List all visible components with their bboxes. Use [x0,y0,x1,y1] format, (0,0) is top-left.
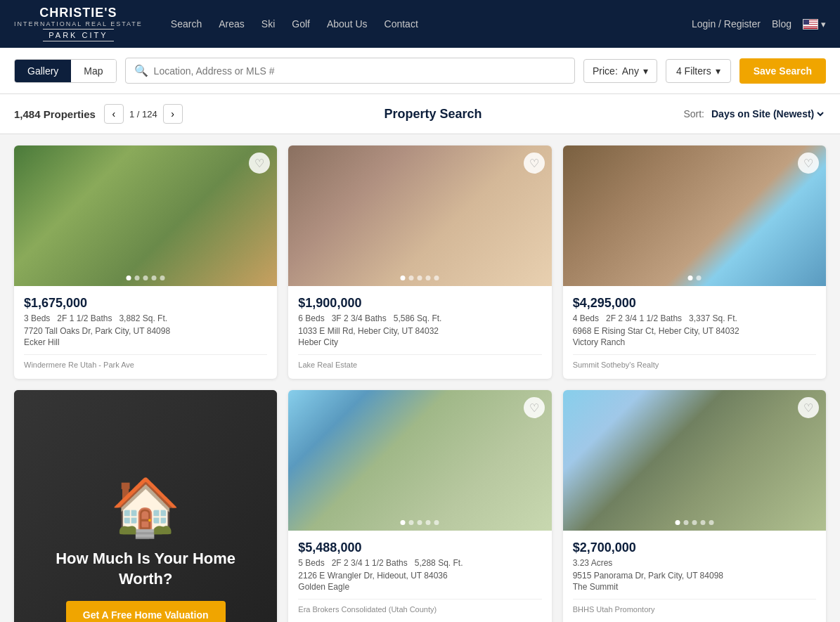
property-image[interactable]: ♡ [563,145,826,286]
login-link[interactable]: Login / Register [692,18,761,30]
flag-us-icon [803,19,818,30]
promo-card: 🏠 How Much Is Your Home Worth? Get A Fre… [14,390,277,622]
carousel-dot [418,276,422,280]
favorite-button[interactable]: ♡ [249,153,270,174]
favorite-button[interactable]: ♡ [798,153,819,174]
property-address: 2126 E Wrangler Dr, Hideout, UT 84036 [298,571,541,581]
filters-label: 4 Filters [676,65,711,77]
property-card[interactable]: ♡ $2,700,000 3.23 Acres 9515 Panorama Dr… [563,390,826,622]
property-agent: BHHS Utah Promontory [573,599,816,614]
language-selector[interactable]: ▾ [803,19,826,30]
carousel-dot [127,276,131,280]
favorite-button[interactable]: ♡ [798,397,819,418]
prev-page-button[interactable]: ‹ [104,104,124,124]
nav-links: Search Areas Ski Golf About Us Contact [171,15,692,32]
property-details: 6 Beds 3F 2 3/4 Baths 5,586 Sq. Ft. [298,313,541,323]
property-agent: Windermere Re Utah - Park Ave [24,354,267,369]
carousel-dots [687,276,701,280]
property-card[interactable]: ♡ $1,675,000 3 Beds 2F 1 1/2 Baths 3,882… [14,145,277,379]
property-image[interactable]: ♡ [288,145,551,286]
chevron-down-icon: ▾ [643,65,648,77]
sort-select[interactable]: Days on Site (Newest) Price (Low to High… [709,108,826,120]
carousel-dot [152,276,157,280]
chevron-down-icon: ▾ [716,65,721,77]
search-input-wrap: 🔍 [125,58,575,84]
property-info: $2,700,000 3.23 Acres 9515 Panorama Dr, … [563,531,826,622]
carousel-dot [692,520,697,525]
brand-subtitle: INTERNATIONAL REAL ESTATE [14,20,143,27]
carousel-dot [409,276,414,280]
nav-about[interactable]: About Us [327,15,368,32]
carousel-dot [401,276,406,280]
carousel-dots [675,520,713,525]
property-card[interactable]: ♡ $1,900,000 6 Beds 3F 2 3/4 Baths 5,586… [288,145,551,379]
property-info: $1,675,000 3 Beds 2F 1 1/2 Baths 3,882 S… [14,286,277,379]
property-image[interactable]: ♡ [14,145,277,286]
promo-content: 🏠 How Much Is Your Home Worth? Get A Fre… [14,460,277,622]
save-search-button[interactable]: Save Search [739,58,826,84]
search-icon: 🔍 [134,64,148,77]
search-input[interactable] [154,65,566,77]
property-agent: Era Brokers Consolidated (Utah County) [298,599,541,614]
nav-golf[interactable]: Golf [292,15,310,32]
price-value: Any [622,65,639,77]
property-card[interactable]: ♡ $4,295,000 4 Beds 2F 2 3/4 1 1/2 Baths… [563,145,826,379]
carousel-dots [401,276,439,280]
nav-search[interactable]: Search [171,15,202,32]
navbar: CHRISTIE'S INTERNATIONAL REAL ESTATE PAR… [0,0,840,48]
property-price: $1,675,000 [24,296,267,311]
property-info: $5,488,000 5 Beds 2F 2 3/4 1 1/2 Baths 5… [288,531,551,622]
carousel-dot [687,276,692,280]
property-price: $4,295,000 [573,296,816,311]
navbar-right: Login / Register Blog ▾ [692,18,826,30]
properties-grid: ♡ $1,675,000 3 Beds 2F 1 1/2 Baths 3,882… [0,134,840,622]
price-filter[interactable]: Price: Any ▾ [583,59,657,83]
next-page-button[interactable]: › [163,104,183,124]
nav-areas[interactable]: Areas [219,15,245,32]
favorite-button[interactable]: ♡ [524,397,545,418]
property-address: 7720 Tall Oaks Dr, Park City, UT 84098 [24,326,267,336]
property-details: 5 Beds 2F 2 3/4 1 1/2 Baths 5,288 Sq. Ft… [298,558,541,568]
promo-title: How Much Is Your Home Worth? [28,549,263,589]
carousel-dots [401,520,439,525]
search-bar: Gallery Map 🔍 Price: Any ▾ 4 Filters ▾ S… [0,48,840,94]
carousel-dot [143,276,148,280]
page-title: Property Search [183,107,684,122]
pagination: ‹ 1 / 124 › [104,104,183,124]
blog-link[interactable]: Blog [772,18,791,30]
property-price: $5,488,000 [298,540,541,555]
carousel-dot [683,520,688,525]
property-info: $1,900,000 6 Beds 3F 2 3/4 Baths 5,586 S… [288,286,551,379]
carousel-dot [709,520,713,525]
map-view-button[interactable]: Map [71,60,115,82]
carousel-dot [135,276,140,280]
site-logo[interactable]: CHRISTIE'S INTERNATIONAL REAL ESTATE PAR… [14,6,143,41]
favorite-button[interactable]: ♡ [524,153,545,174]
brand-name: CHRISTIE'S [39,6,117,20]
property-address: 9515 Panorama Dr, Park City, UT 84098 [573,571,816,581]
property-details: 3 Beds 2F 1 1/2 Baths 3,882 Sq. Ft. [24,313,267,323]
nav-ski[interactable]: Ski [261,15,275,32]
property-details: 4 Beds 2F 2 3/4 1 1/2 Baths 3,337 Sq. Ft… [573,313,816,323]
property-community: The Summit [573,582,816,592]
nav-contact[interactable]: Contact [385,15,418,32]
home-valuation-button[interactable]: Get A Free Home Valuation [66,601,226,622]
filters-button[interactable]: 4 Filters ▾ [666,59,731,83]
carousel-dot [426,520,431,525]
property-community: Heber City [298,337,541,347]
results-count: 1,484 Properties [14,108,96,120]
property-details: 3.23 Acres [573,558,816,568]
property-price: $2,700,000 [573,540,816,555]
carousel-dot [434,276,439,280]
carousel-dot [434,520,439,525]
property-image[interactable]: ♡ [288,390,551,531]
property-community: Golden Eagle [298,582,541,592]
property-image[interactable]: ♡ [563,390,826,531]
property-agent: Lake Real Estate [298,354,541,369]
property-card[interactable]: ♡ $5,488,000 5 Beds 2F 2 3/4 1 1/2 Baths… [288,390,551,622]
gallery-view-button[interactable]: Gallery [15,60,71,82]
carousel-dots [127,276,165,280]
carousel-dot [409,520,414,525]
house-icon: 🏠 [28,474,263,540]
property-price: $1,900,000 [298,296,541,311]
